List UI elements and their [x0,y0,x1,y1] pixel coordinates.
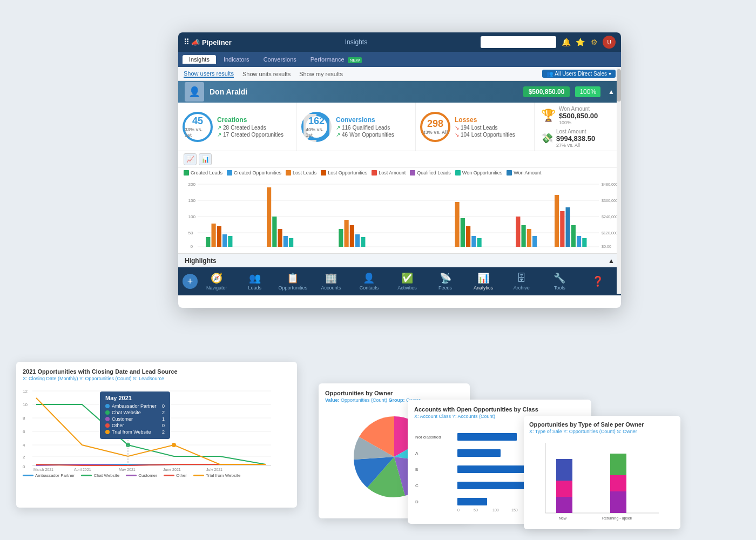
bell-icon[interactable]: 🔔 [561,37,571,48]
logo-text: Pipeliner [202,38,232,46]
main-chart-svg: 200 150 100 50 0 [178,178,621,253]
trend-down-icon: ↘ [455,125,459,131]
svg-rect-22 [350,225,354,247]
sub-nav-units[interactable]: Show units results [242,71,291,77]
user-row: 👤 Don Araldi $500,850.00 100% ▲ [178,81,621,103]
creations-line2-label: Created Opportunities [231,132,284,138]
nav-accounts[interactable]: 🏢 Accounts [312,272,350,291]
svg-rect-14 [228,236,232,247]
svg-rect-27 [466,226,470,247]
svg-text:B: B [415,467,418,472]
legend-lost-leads: Lost Leads [286,170,316,176]
nav-leads[interactable]: 👥 Leads [236,272,274,291]
new-badge: NEW [348,57,362,63]
svg-text:April 2021: April 2021 [74,468,91,471]
stats-row: 45 33% vs. 1st Creations ↗ 28 Created Le… [178,103,621,151]
svg-text:12: 12 [23,389,28,394]
top-bar: ⠿ 📣 Pipeliner Insights 🔔 ⭐ ⚙ U [178,32,621,52]
panel1-legend: Ambassador Partner Chat Website Customer… [23,473,291,478]
conversions-line1: ↗ 116 Qualified Leads [336,125,411,131]
creations-line1-value: 28 [223,125,229,131]
nav-tools[interactable]: 🔧 Tools [541,272,579,291]
tooltip-row-trial: Trial from Website 2 [105,429,165,435]
nav-accounts-label: Accounts [321,285,341,291]
tab-insights[interactable]: Insights [183,55,216,64]
sub-nav-right: 👥 All Users Direct Sales ▾ [542,70,616,78]
sub-nav-users[interactable]: Show users results [184,70,234,78]
svg-text:A: A [415,451,418,456]
tooltip-month: May 2021 [105,395,165,401]
scrollbar[interactable] [617,67,621,294]
feeds-icon: 📡 [440,272,451,284]
legend-won-amount: Won Amount [507,170,541,176]
losses-line1: ↘ 194 Lost Leads [455,125,530,131]
svg-rect-34 [555,195,559,247]
scroll-up-icon[interactable]: ▲ [608,88,615,96]
star-icon[interactable]: ⭐ [575,37,585,48]
creations-line2-value: 17 [223,132,229,138]
creations-circle: 45 33% vs. 1st [183,112,213,142]
settings-icon[interactable]: ⚙ [589,37,599,48]
legend-dot-created-opps [227,170,232,176]
svg-text:150: 150 [188,198,195,203]
svg-rect-72 [457,433,517,441]
add-button[interactable]: + [183,274,198,289]
legend-qualified: Qualified Leads [410,170,451,176]
tab-conversions[interactable]: Conversions [257,55,303,64]
tooltip-row-chat: Chat Website 2 [105,410,165,415]
search-box[interactable] [481,36,556,48]
trend-up-icon-3: ↗ [336,125,340,131]
svg-text:Not classified: Not classified [415,435,441,440]
nav-tabs: Insights Indicators Conversions Performa… [178,52,621,67]
svg-rect-36 [566,207,570,247]
top-bar-icons: 🔔 ⭐ ⚙ U [561,36,616,49]
tab-performance[interactable]: Performance NEW [304,55,369,64]
legend-line-other [164,475,174,476]
nav-activities[interactable]: ✅ Activities [388,272,427,291]
nav-analytics[interactable]: 📊 Analytics [464,272,503,291]
svg-rect-86 [556,497,572,513]
svg-rect-31 [522,225,526,247]
losses-details: Losses ↘ 194 Lost Leads ↘ 104 Lost Oppor… [455,116,530,138]
sub-nav-mine[interactable]: Show my results [299,71,343,77]
nav-archive[interactable]: 🗄 Archive [502,273,541,291]
accounts-icon: 🏢 [325,272,337,284]
nav-contacts-label: Contacts [360,285,379,291]
won-details: Won Amount $500,850.00 100% [559,106,598,125]
svg-text:Returning - upsell: Returning - upsell [602,516,632,521]
svg-text:10: 10 [23,402,28,407]
svg-rect-21 [345,220,349,247]
archive-icon: 🗄 [517,273,526,284]
svg-rect-10 [206,237,210,247]
stat-conversions: 162 40% vs. 1st Conversions ↗ 116 Qualif… [297,103,416,151]
laptop-screen: ⠿ 📣 Pipeliner Insights 🔔 ⭐ ⚙ U Insights … [178,32,621,308]
svg-rect-13 [222,234,227,247]
activities-icon: ✅ [401,272,413,284]
nav-help[interactable]: ❓ [578,275,617,287]
lost-label: Lost Amount [556,129,595,134]
panel1-title: 2021 Opportunities with Closing Date and… [23,368,291,375]
lost-value: $994,838.50 [556,134,595,143]
bar-chart-btn[interactable]: 📊 [199,153,212,165]
nav-contacts[interactable]: 👤 Contacts [350,272,388,291]
nav-opportunities[interactable]: 📋 Opportunities [274,272,312,291]
stat-creations: 45 33% vs. 1st Creations ↗ 28 Created Le… [178,103,297,151]
leads-icon: 👥 [249,272,261,284]
conversions-sub: 40% vs. 1st [306,127,327,138]
nav-navigator[interactable]: 🧭 Navigator [198,272,236,291]
scrollbar-thumb[interactable] [617,69,621,102]
tab-indicators[interactable]: Indicators [217,55,256,64]
panel4-subtitle: X: Type of Sale Y: Opportunities (Count)… [529,429,675,434]
nav-feeds[interactable]: 📡 Feeds [426,272,464,291]
svg-text:July 2021: July 2021 [206,468,222,471]
creations-value: 45 [192,116,203,127]
legend-created-opps: Created Opportunities [227,170,281,176]
user-avatar-top[interactable]: U [603,36,616,49]
users-dropdown[interactable]: 👥 All Users Direct Sales ▾ [542,70,616,78]
svg-text:100: 100 [492,508,499,512]
line-chart-btn[interactable]: 📈 [184,153,197,165]
collapse-highlights-icon[interactable]: ▲ [608,257,615,265]
legend-created-leads: Created Leads [184,170,222,176]
svg-text:50: 50 [474,508,478,512]
lost-icon: 💸 [541,132,553,144]
